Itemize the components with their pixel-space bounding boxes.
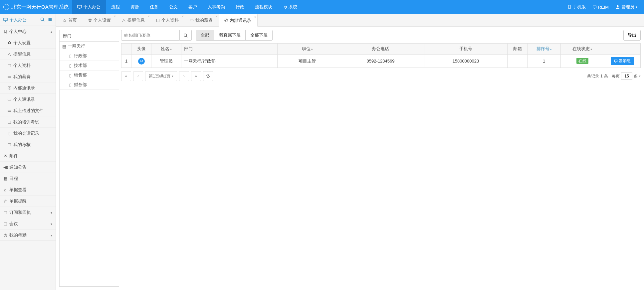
sidebar-item-internal-contacts[interactable]: ✆内部通讯录 [0,82,56,94]
cell-status: 在线 [561,55,604,68]
close-icon[interactable]: × [216,15,218,18]
col-sort[interactable]: 排序号▴ [528,44,561,55]
pager-info: 第1页/共1页▾ [145,71,177,81]
sidebar-item-mail[interactable]: ✉邮件 [0,150,56,162]
cell-action: 发消息 [604,55,641,68]
col-position[interactable]: 职位♦ [278,44,337,55]
cell-email [508,55,528,68]
nav-item-admin[interactable]: 行政 [230,0,250,14]
close-icon[interactable]: × [254,15,256,19]
dept-panel-title: 部门 [60,30,119,42]
search-input[interactable] [121,30,180,41]
close-icon[interactable]: × [114,15,116,18]
nav-item-customer[interactable]: 客户 [183,0,202,14]
tab-settings[interactable]: ✿个人设置× [83,14,117,26]
nav-item-process-module[interactable]: 流程模块 [250,0,278,14]
search-button[interactable] [180,30,192,41]
chat-icon [614,59,618,63]
tab-internal-contacts[interactable]: ✆内部通讯录× [219,14,258,27]
nav-item-personal[interactable]: 个人办公 [72,0,106,14]
dept-root[interactable]: ▤一网天行 [60,42,119,51]
user-menu[interactable]: 管理员 ▾ [615,4,637,10]
monitor-icon [3,18,8,22]
dept-child[interactable]: ▯行政部 [60,51,119,61]
sidebar-title[interactable]: 个人办公 [3,17,40,23]
sidebar-item-assessment[interactable]: ◻我的考核 [0,139,56,150]
dept-child[interactable]: ▯财务部 [60,80,119,90]
col-email[interactable]: 邮箱 [508,44,528,55]
pager-prev[interactable]: ‹ [133,71,143,81]
pager-next[interactable]: › [179,71,189,81]
svg-point-5 [41,18,44,20]
col-office-phone[interactable]: 办公电话 [337,44,424,55]
status-badge: 在线 [576,58,588,64]
svg-rect-4 [4,18,7,21]
seg-all-sub[interactable]: 全部下属 [246,30,272,40]
dept-panel: 部门 ▤一网天行 ▯行政部 ▯技术部 ▯销售部 ▯财务部 [59,30,119,287]
export-button[interactable]: 导出 [623,30,641,41]
tab-home[interactable]: ⌂首页 [58,14,83,26]
nav-item-process[interactable]: 流程 [106,0,125,14]
col-avatar[interactable]: 头像 [131,44,151,55]
sidebar-item-bill-view[interactable]: ⌕单据查看 [0,184,56,196]
svg-rect-0 [78,5,82,8]
sidebar-item-attendance[interactable]: ◷我的考勤 [0,229,56,241]
nav-item-resource[interactable]: 资源 [125,0,144,14]
sidebar-menu-icon[interactable] [48,17,52,23]
sort-icon: ♦ [170,48,172,51]
tab-salary[interactable]: ▭我的薪资× [185,14,219,26]
sidebar-item-salary[interactable]: ▭我的薪资 [0,71,56,82]
menu-group-personal[interactable]: 个人中心 [0,26,56,37]
pager-first[interactable]: « [121,71,131,81]
tab-notifications[interactable]: △提醒信息× [117,14,151,26]
nav-item-hr[interactable]: 人事考勤 [202,0,230,14]
tab-profile[interactable]: ◻个人资料× [151,14,185,26]
gear-icon: ✿ [7,40,11,45]
sidebar-item-bill-remind[interactable]: ☆单据提醒 [0,196,56,207]
close-icon[interactable]: × [148,15,150,18]
file-icon: ▯ [7,131,11,136]
col-name[interactable]: 姓名♦ [151,44,181,55]
bookmark-icon: ◻ [156,18,160,23]
sidebar-item-settings[interactable]: ✿个人设置 [0,37,56,49]
mobile-link[interactable]: 手机版 [567,4,586,10]
per-page-input[interactable] [621,72,632,80]
sidebar-item-meeting[interactable]: ◻会议 [0,218,56,229]
close-icon[interactable]: × [182,15,184,18]
sidebar-item-training[interactable]: ◻我的培训考试 [0,116,56,128]
chat-icon [592,5,597,9]
sidebar-item-announcement[interactable]: ◀)通知公告 [0,162,56,173]
cell-avatar: iM [131,55,151,68]
nav-item-system[interactable]: 系统 [278,0,303,14]
sidebar-item-subscribe[interactable]: ◻订阅和回执 [0,207,56,218]
search-icon [183,33,188,38]
cell-mobile: 15800000023 [424,55,507,68]
sidebar-item-schedule[interactable]: ▦日程 [0,173,56,184]
seg-direct[interactable]: 我直属下属 [214,30,246,40]
monitor-icon [77,5,82,9]
topbar: ☰ 北京一网天行OA管理系统 个人办公 流程 资源 任务 公文 客户 人事考勤 … [0,0,644,14]
reim-link[interactable]: REIM [592,5,609,10]
col-mobile[interactable]: 手机号 [424,44,507,55]
sidebar-item-uploads[interactable]: ▭我上传过的文件 [0,105,56,116]
dept-child[interactable]: ▯技术部 [60,61,119,71]
sort-asc-icon: ▴ [550,48,552,51]
send-message-button[interactable]: 发消息 [611,57,634,65]
col-status[interactable]: 在线状态♦ [561,44,604,55]
pager-refresh[interactable] [203,71,213,81]
sidebar-item-personal-contacts[interactable]: ▭个人通讯录 [0,94,56,105]
col-dept[interactable]: 部门 [181,44,278,55]
sidebar-item-session-log[interactable]: ▯我的会话记录 [0,128,56,139]
sidebar-item-notifications[interactable]: △提醒信息 [0,49,56,60]
gear-icon: ✿ [88,18,92,23]
sidebar-item-profile[interactable]: ◻个人资料 [0,60,56,71]
cell-office-phone: 0592-1234569 [337,55,424,68]
sidebar-search-icon[interactable] [40,17,45,23]
nav-item-document[interactable]: 公文 [164,0,183,14]
nav-item-task[interactable]: 任务 [144,0,164,14]
seg-all[interactable]: 全部 [196,30,214,40]
pager-last[interactable]: » [191,71,201,81]
dept-child[interactable]: ▯销售部 [60,71,119,80]
sort-icon: ♦ [590,48,592,51]
card-icon: ▭ [190,18,194,23]
